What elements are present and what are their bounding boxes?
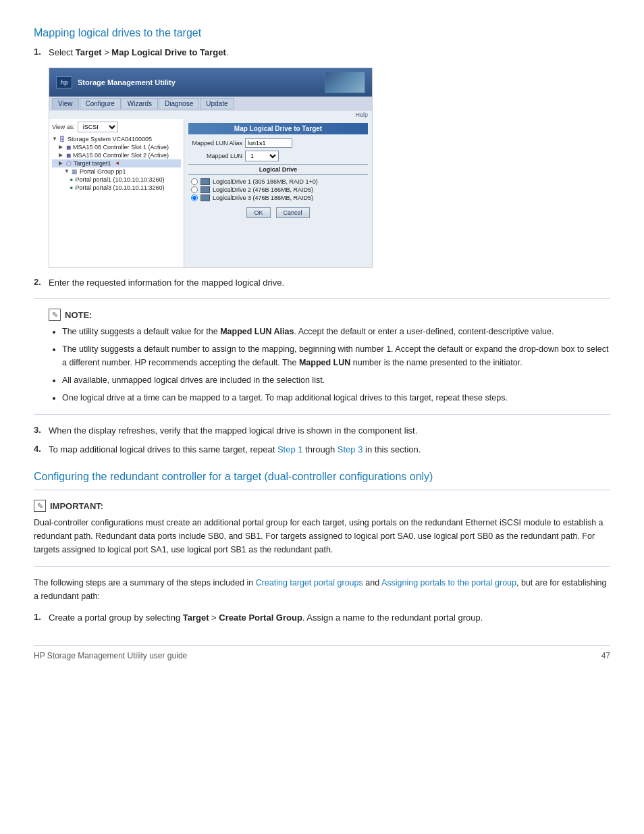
server-icon: 🗄 bbox=[59, 136, 65, 142]
menu-wizards[interactable]: Wizards bbox=[122, 98, 158, 109]
drive-row-0[interactable]: LogicalDrive 1 (305 186MB, RAID 1+0) bbox=[188, 178, 368, 186]
footer-left: HP Storage Management Utility user guide bbox=[34, 651, 187, 660]
drive-row-2[interactable]: LogicalDrive 3 (476B 186MB, RAID5) bbox=[188, 194, 368, 202]
drive-radio-1[interactable] bbox=[191, 186, 198, 193]
cancel-button[interactable]: Cancel bbox=[276, 207, 310, 218]
s2-bold2: Create Portal Group bbox=[219, 613, 302, 623]
expander-0: ▼ bbox=[52, 136, 57, 142]
menu-diagnose[interactable]: Diagnose bbox=[159, 98, 199, 109]
section2-link1[interactable]: Creating target portal groups bbox=[256, 578, 363, 588]
tree-label-6: Portal portal3 (10.10.10.11:3260) bbox=[75, 184, 164, 191]
smu-menubar: View Configure Wizards Diagnose Update bbox=[49, 97, 372, 111]
expander-1: ▶ bbox=[59, 144, 64, 150]
menu-configure[interactable]: Configure bbox=[80, 98, 121, 109]
alias-input[interactable] bbox=[245, 138, 292, 148]
lun-label: Mapped LUN bbox=[188, 153, 242, 159]
portal-icon-2: ● bbox=[70, 184, 73, 191]
arrow-indicator: ◄ bbox=[115, 160, 120, 166]
menu-view[interactable]: View bbox=[52, 98, 79, 109]
smu-header-image bbox=[325, 72, 365, 93]
s2-sep1: > bbox=[209, 613, 219, 623]
important-text: Dual-controller configurations must crea… bbox=[34, 516, 610, 556]
step-2-text: Enter the requested information for the … bbox=[49, 276, 284, 290]
tree-label-3: Target target1 bbox=[74, 160, 111, 167]
smu-body: View as: iSCSI ▼ 🗄 Storage System VCA041… bbox=[49, 119, 372, 267]
section2-step-1-text: Create a portal group by selecting Targe… bbox=[49, 611, 483, 625]
expander-3: ▶ bbox=[59, 160, 64, 166]
drive-row-1[interactable]: LogicalDrive 2 (476B 186MB, RAID5) bbox=[188, 186, 368, 194]
smu-help-bar: Help bbox=[49, 111, 372, 119]
drive-radio-0[interactable] bbox=[191, 178, 198, 185]
step-3-number: 3. bbox=[34, 425, 49, 435]
note-box: ✎ NOTE: The utility suggests a default v… bbox=[49, 309, 610, 405]
section2-intro: The following steps are a summary of the… bbox=[34, 576, 610, 603]
drive-icon-0 bbox=[200, 178, 210, 185]
step-1-sep1: > bbox=[102, 47, 112, 57]
footer-page: 47 bbox=[601, 651, 610, 660]
section-heading-2: Configuring the redundant controller for… bbox=[34, 471, 610, 483]
note-bullet-1-text2: number is the name presented to the init… bbox=[350, 358, 522, 367]
view-select[interactable]: iSCSI bbox=[78, 122, 118, 132]
step-4: 4. To map additional logical drives to t… bbox=[34, 443, 610, 457]
important-header: ✎ IMPORTANT: bbox=[34, 500, 610, 512]
note-bullet-0-bold1: Mapped LUN Alias bbox=[220, 327, 294, 336]
tree-item-4[interactable]: ▼ ▦ Portal Group pp1 bbox=[52, 167, 181, 176]
hp-logo: hp bbox=[56, 76, 72, 88]
section2-step-1-number: 1. bbox=[34, 612, 49, 622]
note-bullet-1: The utility suggests a default number to… bbox=[62, 342, 610, 369]
tree-item-3[interactable]: ▶ ⬡ Target target1 ◄ bbox=[52, 159, 181, 167]
note-bullet-0-text2: . Accept the default or enter a user-def… bbox=[294, 327, 554, 336]
tree-item-1[interactable]: ▶ ◼ MSA15 08 Controller Slot 1 (Active) bbox=[52, 143, 181, 151]
note-bullet-3-text: One logical drive at a time can be mappe… bbox=[62, 393, 508, 402]
expander-2: ▶ bbox=[59, 152, 64, 158]
step-2-number: 2. bbox=[34, 277, 49, 287]
drive-label-0: LogicalDrive 1 (305 186MB, RAID 1+0) bbox=[213, 178, 318, 185]
tree-label-4: Portal Group pp1 bbox=[80, 168, 126, 175]
section2-link2[interactable]: Assigning portals to the portal group bbox=[381, 578, 516, 588]
important-icon: ✎ bbox=[34, 500, 46, 512]
dialog-buttons: OK Cancel bbox=[188, 207, 368, 218]
smu-dialog-panel: Map Logical Drive to Target Mapped LUN A… bbox=[184, 119, 372, 267]
tree-label-5: Portal portal1 (10.10.10.10:3260) bbox=[75, 176, 164, 183]
note-bullet-2-text: All available, unmapped logical drives a… bbox=[62, 375, 325, 385]
step-3: 3. When the display refreshes, verify th… bbox=[34, 424, 610, 438]
tree-label-1: MSA15 08 Controller Slot 1 (Active) bbox=[73, 144, 169, 151]
note-icon: ✎ bbox=[49, 309, 61, 321]
step-4-number: 4. bbox=[34, 444, 49, 454]
portal-icon-1: ● bbox=[70, 176, 73, 183]
step-1-bold1: Target bbox=[76, 47, 102, 57]
help-text: Help bbox=[355, 111, 368, 118]
note-bullet-3: One logical drive at a time can be mappe… bbox=[62, 391, 610, 405]
view-label: View as: bbox=[52, 124, 75, 130]
smu-view-row: View as: iSCSI bbox=[52, 122, 181, 132]
smu-title: Storage Management Utility bbox=[78, 78, 319, 86]
tree-label-0: Storage System VCA04100005 bbox=[68, 136, 152, 142]
step-1-text: Select Target > Map Logical Drive to Tar… bbox=[49, 46, 228, 59]
drive-radio-2[interactable] bbox=[191, 194, 198, 201]
step4-link2[interactable]: Step 3 bbox=[338, 444, 363, 454]
tree-item-5[interactable]: ● Portal portal1 (10.10.10.10:3260) bbox=[52, 176, 181, 184]
note-header: ✎ NOTE: bbox=[49, 309, 610, 321]
s2-bold1: Target bbox=[183, 613, 209, 623]
step-1: 1. Select Target > Map Logical Drive to … bbox=[34, 46, 610, 59]
tree-item-2[interactable]: ▶ ◼ MSA15 08 Controller Slot 2 (Active) bbox=[52, 151, 181, 159]
step-1-number: 1. bbox=[34, 47, 49, 57]
tree-item-0[interactable]: ▼ 🗄 Storage System VCA04100005 bbox=[52, 135, 181, 143]
lun-select[interactable]: 1 bbox=[245, 151, 279, 161]
step-1-bold2: Map Logical Drive to Target bbox=[111, 47, 226, 57]
note-bullets: The utility suggests a default value for… bbox=[49, 325, 610, 405]
ok-button[interactable]: OK bbox=[246, 207, 270, 218]
important-box: ✎ IMPORTANT: Dual-controller configurati… bbox=[34, 500, 610, 556]
separator-4 bbox=[34, 566, 610, 567]
menu-update[interactable]: Update bbox=[200, 98, 234, 109]
tree-item-6[interactable]: ● Portal portal3 (10.10.10.11:3260) bbox=[52, 184, 181, 192]
page-footer: HP Storage Management Utility user guide… bbox=[34, 645, 610, 660]
section2-step-1: 1. Create a portal group by selecting Ta… bbox=[34, 611, 610, 625]
smu-screenshot: hp Storage Management Utility View Confi… bbox=[49, 68, 373, 268]
step4-link1[interactable]: Step 1 bbox=[277, 444, 303, 454]
expander-4: ▼ bbox=[64, 168, 70, 174]
step-1-end: . bbox=[226, 47, 229, 57]
note-bullet-2: All available, unmapped logical drives a… bbox=[62, 373, 610, 387]
section-heading-1: Mapping logical drives to the target bbox=[34, 27, 610, 39]
alias-label: Mapped LUN Alias bbox=[188, 140, 242, 147]
